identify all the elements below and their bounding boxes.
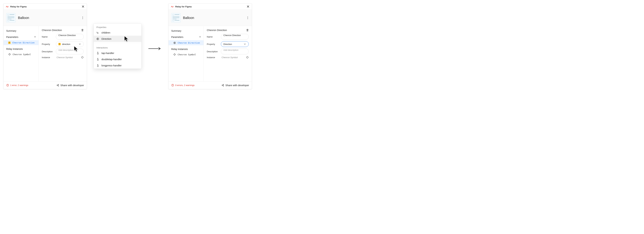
relay-brand-icon	[171, 5, 174, 8]
component-thumbnail	[171, 13, 180, 22]
more-icon[interactable]	[81, 16, 84, 19]
sidebar-parameters[interactable]: Parameters +	[4, 34, 38, 40]
sidebar-summary[interactable]: Summary	[168, 28, 204, 34]
popup-item-children[interactable]: children	[94, 30, 142, 36]
instance-value: Chevron Symbol	[219, 56, 246, 59]
share-button[interactable]: Share with developer	[56, 84, 84, 87]
panel-title: Relay for Figma	[10, 5, 27, 8]
warning-badge-icon: !	[8, 42, 10, 44]
sidebar-summary[interactable]: Summary	[4, 28, 38, 34]
popup-item-doubletap-handler[interactable]: doubletap-handler	[94, 56, 142, 62]
popup-item-longpress-handler[interactable]: longpress-handler	[94, 62, 142, 68]
field-property-label: Property	[207, 43, 219, 46]
field-instance: Instance Chevron Symbol	[207, 56, 249, 59]
property-select-value: Direction	[224, 43, 232, 46]
direction-icon	[173, 42, 176, 44]
share-label: Share with developer	[226, 84, 249, 87]
sidebar-relay-instances[interactable]: Relay instances	[168, 46, 204, 52]
popup-properties-label: Properties	[94, 24, 142, 30]
name-input[interactable]: Chevron Direction	[221, 34, 249, 40]
popup-item-direction[interactable]: Direction	[94, 36, 142, 42]
delete-icon[interactable]	[246, 29, 249, 32]
direction-icon	[96, 38, 99, 40]
sidebar-instance-label: Chevron Symbol	[12, 53, 31, 56]
popup-item-label: children	[102, 31, 110, 34]
share-button[interactable]: Share with developer	[221, 84, 249, 87]
description-input[interactable]: Add description	[221, 48, 249, 54]
status-text[interactable]: 0 errors, 2 warnings	[171, 84, 194, 87]
relay-panel-before: Relay for Figma Balloon Summary P	[3, 3, 87, 89]
error-icon	[6, 84, 9, 87]
tap-icon	[96, 58, 99, 61]
tap-icon	[96, 64, 99, 67]
property-dropdown-popup: Properties children Direction Interactio…	[94, 24, 142, 69]
field-description-label: Description	[42, 50, 54, 53]
error-icon	[171, 84, 174, 87]
locate-icon[interactable]	[246, 56, 249, 59]
field-description-label: Description	[207, 50, 219, 53]
add-parameter-icon[interactable]: +	[34, 35, 36, 39]
more-icon[interactable]	[246, 16, 249, 19]
sidebar-relay-instances-label: Relay instances	[6, 48, 23, 50]
component-name: Balloon	[18, 16, 29, 20]
sidebar-relay-instances[interactable]: Relay instances	[4, 46, 38, 52]
svg-point-12	[247, 18, 248, 19]
content-title: Chevron Direction	[42, 29, 62, 32]
field-property: Property Direction	[207, 41, 249, 47]
sidebar-instance-chevron-symbol[interactable]: Chevron Symbol	[168, 52, 204, 57]
content-title: Chevron Direction	[207, 29, 227, 32]
popup-item-label: tap-handler	[102, 52, 114, 54]
close-icon[interactable]	[247, 5, 250, 8]
svg-point-0	[82, 16, 83, 17]
field-description: Description Add description	[207, 48, 249, 54]
chevron-down-icon	[78, 43, 81, 46]
sidebar: Summary Parameters + Chevron Direction R…	[168, 26, 204, 81]
content-title-row: Chevron Direction	[42, 29, 84, 32]
sidebar-param-label: Chevron Direction	[12, 42, 34, 44]
field-instance-label: Instance	[207, 56, 219, 59]
tap-icon	[96, 52, 99, 54]
property-select[interactable]: ! direction	[56, 41, 84, 47]
svg-point-11	[247, 18, 248, 18]
content-pane: Chevron Direction Name Chevron Direction…	[39, 26, 87, 81]
sidebar-param-chevron-direction[interactable]: Chevron Direction	[168, 40, 204, 45]
property-select-value: direction	[62, 43, 70, 46]
field-instance-label: Instance	[42, 56, 54, 59]
property-select[interactable]: Direction	[221, 41, 249, 47]
panel-footer: 1 error, 2 warnings Share with developer	[4, 81, 87, 89]
sidebar-param-chevron-direction[interactable]: ! Chevron Direction	[4, 40, 38, 45]
add-parameter-icon[interactable]: +	[199, 35, 201, 39]
children-icon	[96, 31, 99, 34]
svg-point-4	[82, 56, 83, 58]
popup-item-tap-handler[interactable]: tap-handler	[94, 50, 142, 56]
content-title-row: Chevron Direction	[207, 29, 249, 32]
svg-point-1	[82, 18, 83, 18]
component-header: Balloon	[4, 10, 87, 26]
svg-point-15	[246, 56, 248, 58]
sidebar-parameters-label: Parameters	[171, 36, 183, 38]
sidebar-parameters-label: Parameters	[6, 36, 18, 38]
field-instance: Instance Chevron Symbol	[42, 56, 84, 59]
locate-icon[interactable]	[81, 56, 84, 59]
component-thumbnail	[6, 13, 16, 22]
sidebar: Summary Parameters + ! Chevron Direction…	[4, 26, 39, 81]
name-input[interactable]: Chevron Direction	[56, 34, 84, 40]
share-icon	[56, 84, 59, 87]
status-label: 0 errors, 2 warnings	[175, 84, 194, 86]
close-icon[interactable]	[82, 5, 84, 8]
svg-point-10	[247, 16, 248, 17]
sidebar-instance-chevron-symbol[interactable]: Chevron Symbol	[4, 52, 38, 57]
diamond-icon	[173, 53, 176, 56]
field-name-label: Name	[207, 36, 219, 38]
sidebar-instance-label: Chevron Symbol	[178, 53, 196, 56]
component-header: Balloon	[168, 10, 252, 26]
field-property-label: Property	[42, 43, 54, 46]
description-input[interactable]: Add description	[56, 48, 84, 54]
panel-header: Relay for Figma	[4, 4, 87, 10]
field-name-label: Name	[42, 36, 54, 38]
sidebar-parameters[interactable]: Parameters +	[168, 34, 204, 40]
delete-icon[interactable]	[81, 29, 84, 32]
content-pane: Chevron Direction Name Chevron Direction…	[204, 26, 252, 81]
status-text[interactable]: 1 error, 2 warnings	[6, 84, 28, 87]
popup-item-label: doubletap-handler	[102, 58, 122, 61]
